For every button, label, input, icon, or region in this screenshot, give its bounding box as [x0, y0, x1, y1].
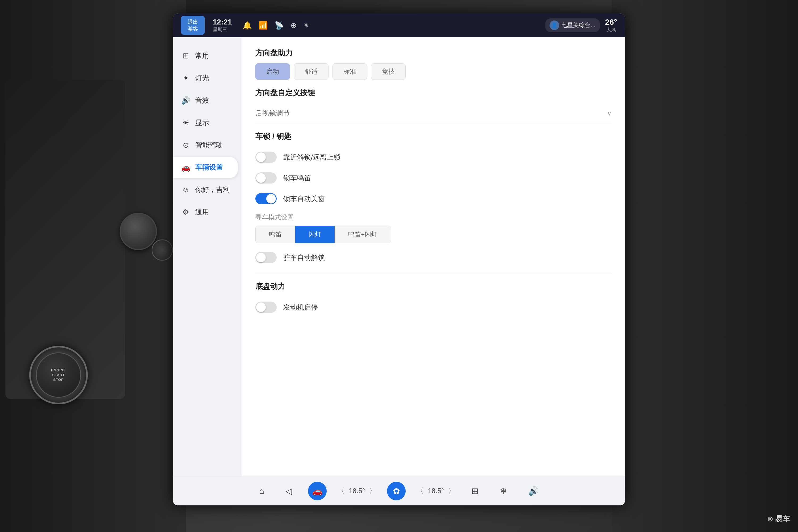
time-block: 12:21 星期三 [213, 18, 232, 33]
auto-window-toggle-knob [266, 194, 276, 204]
sidebar-item-common[interactable]: ⊞ 常用 [173, 45, 238, 66]
sidebar-label-hello: 你好，吉利 [195, 185, 230, 194]
sidebar-item-vehicle[interactable]: 🚗 车辆设置 [173, 157, 238, 178]
volume-icon: 🔊 [528, 486, 539, 496]
dropdown-arrow-icon: ∨ [607, 110, 612, 117]
status-icons: 🔔 📶 📡 ⊕ ✴ [243, 21, 309, 30]
vehicle-icon: 🚗 [181, 163, 190, 172]
engine-label-3: STOP [53, 377, 63, 382]
auto-window-toggle-row: 锁车自动关窗 [255, 188, 612, 209]
sidebar-label-lights: 灯光 [195, 73, 209, 83]
lock-key-title: 车锁 / 钥匙 [255, 131, 612, 141]
park-unlock-toggle[interactable] [255, 252, 277, 263]
park-unlock-toggle-row: 驻车自动解锁 [255, 247, 612, 268]
defrost-icon: ❄ [500, 486, 507, 496]
sidebar: ⊞ 常用 ✦ 灯光 🔊 音效 ☀ 显示 ⊙ 智能驾驶 [173, 37, 242, 476]
sidebar-label-display: 显示 [195, 118, 209, 128]
weather-area: 👤 七星关综合... 26° 大风 [545, 18, 617, 33]
sidebar-label-sound: 音效 [195, 96, 209, 105]
lock-beep-toggle[interactable] [255, 172, 277, 184]
mode-btn-comfort[interactable]: 舒适 [294, 63, 328, 80]
lock-beep-toggle-knob [256, 173, 266, 183]
park-unlock-label: 驻车自动解锁 [283, 253, 325, 262]
find-car-beep[interactable]: 鸣笛 [255, 226, 295, 243]
display-icon: ☀ [181, 118, 190, 127]
engine-label-1: ENGINE [51, 368, 66, 373]
left-temp-decrease[interactable]: 〈 [337, 486, 345, 496]
find-car-title: 寻车模式设置 [255, 213, 612, 222]
steering-assist-title: 方向盘助力 [255, 48, 612, 58]
right-temp-value: 18.5° [428, 487, 444, 495]
sidebar-item-sound[interactable]: 🔊 音效 [173, 90, 238, 111]
sidebar-label-common: 常用 [195, 51, 209, 60]
sound-icon: 🔊 [181, 96, 190, 105]
left-knob-inner [152, 240, 173, 261]
chassis-title: 底盘动力 [255, 281, 612, 291]
date-display: 星期三 [213, 26, 227, 33]
nav-icon: ◁ [285, 486, 292, 496]
exit-label: 退出 游客 [186, 18, 200, 32]
right-temp-increase[interactable]: 〉 [448, 486, 455, 496]
bell-icon: 🔔 [243, 21, 252, 30]
engine-stop-label: 发动机启停 [283, 303, 318, 312]
mode-btn-auto[interactable]: 启动 [255, 63, 290, 80]
divider-1 [255, 273, 612, 273]
home-button[interactable]: ⌂ [254, 483, 269, 499]
nav-button[interactable]: ◁ [280, 483, 298, 499]
right-dashboard [612, 0, 798, 532]
time-display: 12:21 [213, 18, 232, 26]
mode-btn-sport[interactable]: 竞技 [371, 63, 406, 80]
volume-button[interactable]: 🔊 [523, 483, 544, 499]
content-panel: 方向盘助力 启动 舒适 标准 竞技 方向盘自定义按键 后视镜调节 ∨ 车锁 / … [242, 37, 625, 476]
location-avatar: 👤 [550, 20, 559, 30]
bluetooth-icon: ✴ [303, 21, 309, 30]
defrost-button[interactable]: ❄ [494, 483, 512, 499]
weather-desc: 大风 [606, 26, 616, 33]
grid-button[interactable]: ⊞ [466, 483, 484, 499]
sidebar-label-autopilot: 智能驾驶 [195, 140, 223, 150]
engine-start-stop-button[interactable]: ENGINE START STOP [36, 353, 81, 398]
common-icon: ⊞ [181, 51, 190, 60]
location-text: 七星关综合... [561, 21, 595, 29]
sidebar-label-vehicle: 车辆设置 [195, 163, 223, 172]
sidebar-item-display[interactable]: ☀ 显示 [173, 112, 238, 133]
wifi-icon: 📡 [274, 21, 284, 30]
find-car-flash[interactable]: 闪灯 [295, 226, 335, 243]
main-content: ⊞ 常用 ✦ 灯光 🔊 音效 ☀ 显示 ⊙ 智能驾驶 [173, 37, 625, 476]
sidebar-label-general: 通用 [195, 208, 209, 217]
watermark: ⊙ 易车 [767, 514, 790, 524]
general-icon: ⚙ [181, 208, 190, 216]
mode-btn-standard[interactable]: 标准 [332, 63, 367, 80]
fan-icon: ✿ [393, 486, 400, 496]
proximity-toggle-row: 靠近解锁/远离上锁 [255, 147, 612, 168]
steering-custom-title: 方向盘自定义按键 [255, 88, 612, 98]
right-temp-decrease[interactable]: 〈 [416, 486, 424, 496]
lock-beep-toggle-row: 锁车鸣笛 [255, 168, 612, 188]
temperature-value: 26° [605, 18, 617, 26]
sidebar-item-hello[interactable]: ☺ 你好，吉利 [173, 179, 238, 200]
car-button[interactable]: 🚗 [308, 482, 327, 500]
infotainment-screen: 退出 游客 12:21 星期三 🔔 📶 📡 ⊕ ✴ 👤 七星关综合... [173, 13, 625, 506]
left-temp-control: 〈 18.5° 〉 [337, 486, 376, 496]
proximity-label: 靠近解锁/远离上锁 [283, 153, 341, 162]
lock-beep-label: 锁车鸣笛 [283, 173, 311, 183]
engine-stop-toggle-row: 发动机启停 [255, 297, 612, 318]
exit-button[interactable]: 退出 游客 [181, 16, 205, 35]
grid-icon: ⊞ [471, 486, 478, 496]
bottom-bar: ⌂ ◁ 🚗 〈 18.5° 〉 ✿ 〈 18.5° 〉 ⊞ [173, 476, 625, 506]
right-temp-control: 〈 18.5° 〉 [416, 486, 455, 496]
find-car-both[interactable]: 鸣笛+闪灯 [335, 226, 391, 243]
home-icon: ⌂ [259, 486, 264, 496]
left-temp-increase[interactable]: 〉 [369, 486, 376, 496]
engine-stop-toggle-knob [256, 302, 266, 312]
fan-button[interactable]: ✿ [387, 482, 406, 500]
auto-window-toggle[interactable] [255, 193, 277, 204]
sidebar-item-autopilot[interactable]: ⊙ 智能驾驶 [173, 135, 238, 156]
autopilot-icon: ⊙ [181, 141, 190, 150]
custom-key-row[interactable]: 后视镜调节 ∨ [255, 103, 612, 124]
sidebar-item-lights[interactable]: ✦ 灯光 [173, 68, 238, 89]
find-car-buttons: 鸣笛 闪灯 鸣笛+闪灯 [255, 226, 391, 243]
proximity-toggle[interactable] [255, 152, 277, 163]
engine-stop-toggle[interactable] [255, 302, 277, 313]
sidebar-item-general[interactable]: ⚙ 通用 [173, 202, 238, 223]
